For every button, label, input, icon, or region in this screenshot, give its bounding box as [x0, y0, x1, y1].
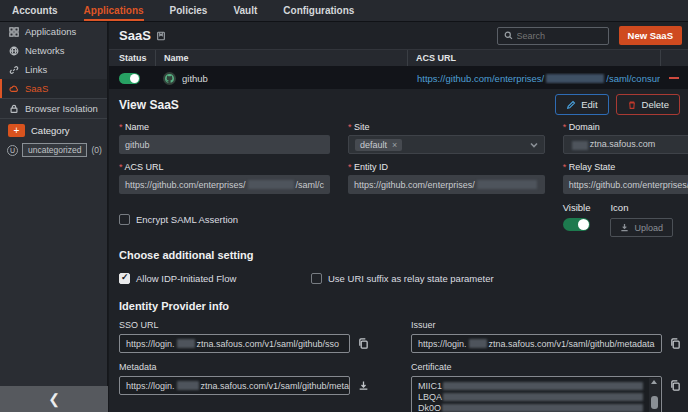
edit-button[interactable]: Edit — [555, 94, 608, 115]
bookmark-icon[interactable] — [156, 31, 166, 41]
sidebar-item-label: Applications — [25, 26, 76, 37]
sidebar-collapse-button[interactable]: ❮ — [0, 386, 108, 412]
copy-icon — [358, 338, 369, 349]
certificate-textarea[interactable]: MIIC1 LBQA Dk0O QQKE — [411, 376, 662, 412]
field-domain: Domain ztna.safous.com — [563, 122, 688, 162]
copy-issuer-button[interactable] — [670, 337, 681, 352]
nav-applications[interactable]: Applications — [84, 0, 144, 21]
domain-label: Domain — [563, 122, 688, 132]
redacted-text — [248, 180, 294, 189]
visible-label: Visible — [563, 202, 591, 213]
acs-url-label: ACS URL — [119, 162, 330, 172]
scroll-up-icon[interactable] — [651, 380, 657, 384]
row-name: github — [182, 73, 208, 84]
site-chip: default × — [355, 139, 402, 151]
icon-label: Icon — [610, 202, 673, 213]
issuer-label: Issuer — [411, 320, 681, 330]
name-label: Name — [119, 122, 330, 132]
chevron-down-icon — [530, 141, 538, 149]
redacted-text — [443, 393, 643, 401]
category-label: Category — [31, 125, 70, 136]
field-metadata: Metadata https://login.ztna.safous.com/v… — [119, 357, 369, 412]
sidebar: Applications Networks Links SaaS Browser… — [0, 22, 108, 412]
chip-close-icon[interactable]: × — [392, 140, 397, 150]
sso-url-input[interactable]: https://login.ztna.safous.com/v1/saml/gi… — [119, 334, 350, 353]
acs-url-suffix: /saml/consume — [606, 73, 660, 84]
sidebar-item-label: Links — [25, 64, 47, 75]
sidebar-item-links[interactable]: Links — [0, 60, 107, 79]
sidebar-item-applications[interactable]: Applications — [0, 22, 107, 41]
uncategorized-icon: U — [7, 145, 18, 156]
page-title-text: SaaS — [119, 28, 151, 43]
redacted-text — [177, 381, 199, 390]
row-status-toggle[interactable] — [119, 73, 140, 84]
sidebar-item-networks[interactable]: Networks — [0, 41, 107, 60]
redacted-text — [177, 339, 195, 348]
encrypt-saml-checkbox[interactable] — [119, 214, 130, 225]
entity-id-input[interactable]: https://github.com/enterprises/ — [348, 175, 545, 194]
grid-icon — [9, 27, 19, 37]
acs-url-prefix: https://github.com/enterprises/ — [417, 73, 544, 84]
download-icon — [358, 380, 369, 391]
search-box — [497, 27, 609, 45]
relay-state-label: Relay State — [563, 162, 688, 172]
search-input[interactable] — [517, 31, 602, 41]
chevron-left-icon: ❮ — [48, 391, 60, 407]
upload-label: Upload — [634, 223, 663, 233]
metadata-input[interactable]: https://login.ztna.safous.com/v1/saml/gi… — [119, 376, 350, 395]
lock-icon — [9, 104, 19, 114]
field-certificate: Certificate MIIC1 LBQA Dk0O QQKE — [411, 357, 681, 412]
saas-table-header: Status Name ACS URL — [109, 49, 688, 67]
uncategorized-item[interactable]: uncategorized — [22, 143, 87, 157]
col-acs-url: ACS URL — [407, 50, 660, 66]
redacted-text — [477, 180, 537, 189]
visible-toggle[interactable] — [563, 218, 590, 231]
issuer-input[interactable]: https://login.ztna.safous.com/v1/saml/gi… — [411, 334, 662, 353]
view-saas-title: View SaaS — [119, 98, 179, 112]
scrollbar-thumb[interactable] — [651, 396, 658, 409]
download-metadata-button[interactable] — [358, 379, 369, 394]
sidebar-item-saas[interactable]: SaaS — [0, 79, 107, 98]
name-input[interactable]: github — [119, 135, 330, 154]
upload-button[interactable]: Upload — [610, 218, 673, 237]
copy-certificate-button[interactable] — [670, 379, 681, 394]
col-actions — [660, 50, 688, 66]
redacted-text — [572, 141, 588, 150]
entity-id-label: Entity ID — [348, 162, 545, 172]
uri-suffix-checkbox[interactable] — [311, 273, 322, 284]
site-select[interactable]: default × — [348, 135, 545, 154]
delete-button[interactable]: Delete — [616, 94, 680, 115]
new-saas-button[interactable]: New SaaS — [619, 26, 682, 45]
copy-icon — [670, 380, 681, 391]
field-sso-url: SSO URL https://login.ztna.safous.com/v1… — [119, 320, 369, 353]
copy-sso-url-button[interactable] — [358, 337, 369, 352]
field-acs-url: ACS URL https://github.com/enterprises//… — [119, 162, 330, 202]
category-uncategorized-row: U uncategorized (0) — [0, 140, 107, 160]
relay-state-input[interactable]: https://github.com/enterprises//saml/c — [563, 175, 688, 194]
nav-vault[interactable]: Vault — [233, 0, 257, 21]
collapse-row-button[interactable] — [669, 77, 679, 79]
delete-label: Delete — [642, 99, 669, 110]
domain-select[interactable]: ztna.safous.com — [563, 135, 688, 154]
nav-accounts[interactable]: Accounts — [12, 0, 58, 21]
idp-flow-checkbox[interactable] — [119, 273, 130, 284]
certificate-scrollbar[interactable] — [649, 378, 660, 412]
sidebar-item-label: Networks — [25, 45, 65, 56]
redacted-text — [546, 74, 604, 83]
site-label: Site — [348, 122, 545, 132]
nav-configurations[interactable]: Configurations — [283, 0, 354, 21]
field-relay-state: Relay State https://github.com/enterpris… — [563, 162, 688, 202]
uri-suffix-label: Use URI suffix as relay state parameter — [328, 273, 494, 284]
sidebar-item-label: Browser Isolation — [25, 103, 98, 114]
field-entity-id: Entity ID https://github.com/enterprises… — [348, 162, 545, 202]
field-issuer: Issuer https://login.ztna.safous.com/v1/… — [411, 320, 681, 353]
github-avatar — [163, 72, 176, 85]
table-row[interactable]: github https://github.com/enterprises//s… — [109, 67, 688, 89]
add-category-button[interactable]: + — [8, 124, 25, 137]
acs-url-input[interactable]: https://github.com/enterprises//saml/c — [119, 175, 330, 194]
col-name: Name — [155, 50, 407, 66]
upload-icon — [620, 223, 629, 232]
nav-policies[interactable]: Policies — [170, 0, 208, 21]
row-acs-url-link[interactable]: https://github.com/enterprises//saml/con… — [407, 73, 660, 84]
sidebar-item-browser-isolation[interactable]: Browser Isolation — [0, 98, 107, 119]
